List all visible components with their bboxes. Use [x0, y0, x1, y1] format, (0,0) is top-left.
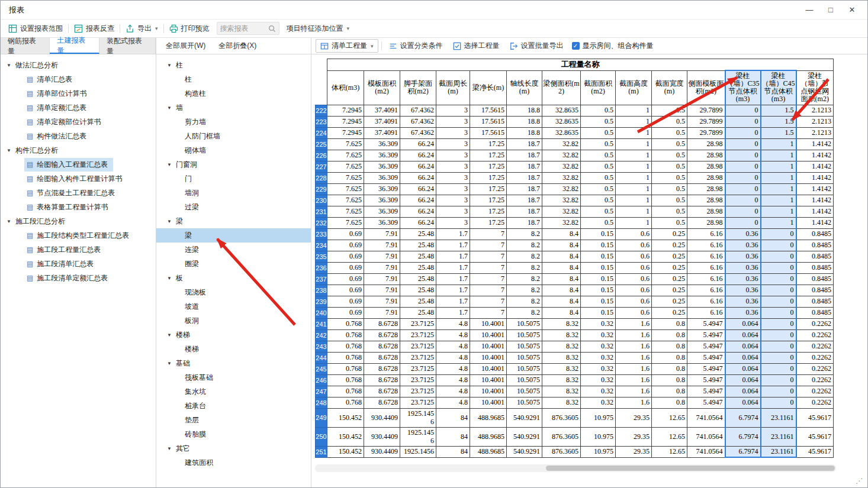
table-cell[interactable]: 0.6	[616, 228, 652, 240]
column-header[interactable]: 模板面积(m2)	[364, 70, 400, 105]
component-group-header[interactable]: ▼墙	[156, 101, 311, 115]
table-cell[interactable]: 0.8	[652, 363, 687, 374]
table-cell[interactable]: 150.452	[327, 408, 364, 427]
table-cell[interactable]: 7	[470, 240, 507, 251]
table-cell[interactable]: 8.4	[542, 251, 581, 262]
table-cell[interactable]: 5.4947	[687, 363, 725, 374]
component-item[interactable]: 砌体墙	[156, 143, 311, 157]
table-cell[interactable]: 67.4362	[400, 127, 436, 138]
table-cell[interactable]: 8.2	[507, 251, 542, 262]
table-cell[interactable]: 488.9685	[470, 408, 507, 427]
table-cell[interactable]: 8.6728	[364, 374, 400, 386]
table-cell[interactable]: 10.975	[581, 408, 616, 427]
table-cell[interactable]: 29.7899	[687, 116, 725, 127]
table-cell[interactable]: 741.0564	[687, 446, 725, 457]
table-cell[interactable]: 1.5	[761, 116, 796, 127]
column-header[interactable]: 梁柱（墙）C45节点体积(m3)	[761, 70, 796, 105]
table-cell[interactable]: 3	[436, 105, 470, 116]
row-number[interactable]: 223	[316, 116, 327, 127]
column-header[interactable]: 截面面积(m2)	[581, 70, 616, 105]
select-quantity-button[interactable]: 选择工程量	[449, 39, 504, 53]
table-cell[interactable]: 0.2262	[796, 341, 834, 352]
table-cell[interactable]: 1	[761, 138, 796, 150]
component-item[interactable]: 门	[156, 172, 311, 186]
table-cell[interactable]: 8.6728	[364, 318, 400, 329]
report-item[interactable]: ▤节点混凝土工程量汇总表	[1, 186, 156, 200]
table-cell[interactable]: 32.82	[542, 150, 581, 161]
table-cell[interactable]: 3	[436, 150, 470, 161]
table-cell[interactable]: 0.5	[581, 172, 616, 183]
table-cell[interactable]: 0.5	[652, 206, 687, 217]
expand-arrow-icon[interactable]: ▼	[7, 148, 11, 153]
table-cell[interactable]: 6.16	[687, 262, 725, 273]
table-cell[interactable]: 0	[761, 318, 796, 329]
scrollbar-thumb[interactable]	[546, 466, 835, 471]
table-cell[interactable]: 17.25	[470, 150, 507, 161]
table-cell[interactable]: 28.98	[687, 161, 725, 172]
table-cell[interactable]: 930.4409	[364, 446, 400, 457]
component-item[interactable]: 人防门框墙	[156, 129, 311, 143]
table-cell[interactable]: 0.5	[581, 206, 616, 217]
table-cell[interactable]: 18.7	[507, 217, 542, 228]
table-cell[interactable]: 0.2262	[796, 363, 834, 374]
table-cell[interactable]: 0	[725, 116, 761, 127]
table-cell[interactable]: 8.4	[542, 273, 581, 285]
table-cell[interactable]: 0.5	[652, 161, 687, 172]
table-cell[interactable]: 0.25	[652, 262, 687, 273]
table-cell[interactable]: 8.2	[507, 307, 542, 318]
table-cell[interactable]: 3	[436, 161, 470, 172]
table-cell[interactable]: 540.9291	[507, 408, 542, 427]
table-cell[interactable]: 1.6	[616, 386, 652, 397]
table-cell[interactable]: 8.4	[542, 307, 581, 318]
table-cell[interactable]: 0	[761, 262, 796, 273]
table-cell[interactable]: 28.98	[687, 206, 725, 217]
table-cell[interactable]: 488.9685	[470, 446, 507, 457]
table-cell[interactable]: 0.25	[652, 228, 687, 240]
table-cell[interactable]: 2.1213	[796, 127, 834, 138]
table-cell[interactable]: 0	[725, 161, 761, 172]
table-cell[interactable]: 12.65	[652, 427, 687, 446]
table-cell[interactable]: 0.5	[652, 127, 687, 138]
table-cell[interactable]: 1.7	[436, 240, 470, 251]
table-cell[interactable]: 45.9617	[796, 427, 834, 446]
table-cell[interactable]: 0	[761, 374, 796, 386]
table-cell[interactable]: 0.5	[581, 116, 616, 127]
table-cell[interactable]: 8.4	[542, 240, 581, 251]
table-cell[interactable]: 4.8	[436, 397, 470, 408]
table-cell[interactable]: 36.309	[364, 195, 400, 206]
table-cell[interactable]: 0	[761, 273, 796, 285]
table-cell[interactable]: 0.32	[581, 363, 616, 374]
table-cell[interactable]: 3	[436, 206, 470, 217]
table-cell[interactable]: 0.064	[725, 341, 761, 352]
table-cell[interactable]: 7.625	[327, 161, 364, 172]
table-cell[interactable]: 45.9617	[796, 408, 834, 427]
table-cell[interactable]: 0.768	[327, 397, 364, 408]
table-cell[interactable]: 741.0564	[687, 408, 725, 427]
table-cell[interactable]: 10.4001	[470, 329, 507, 341]
table-cell[interactable]: 0.32	[581, 329, 616, 341]
table-cell[interactable]: 10.4001	[470, 363, 507, 374]
table-cell[interactable]: 23.7125	[400, 352, 436, 363]
table-cell[interactable]: 6.16	[687, 296, 725, 307]
table-cell[interactable]: 7.625	[327, 183, 364, 195]
table-cell[interactable]: 0.8	[652, 397, 687, 408]
table-cell[interactable]: 84	[436, 446, 470, 457]
table-cell[interactable]: 6.7974	[725, 408, 761, 427]
table-cell[interactable]: 1	[616, 172, 652, 183]
table-cell[interactable]: 0.8485	[796, 273, 834, 285]
table-cell[interactable]: 0.2262	[796, 318, 834, 329]
table-cell[interactable]: 66.24	[400, 172, 436, 183]
table-cell[interactable]: 23.7125	[400, 341, 436, 352]
table-cell[interactable]: 7.625	[327, 217, 364, 228]
report-item[interactable]: ▤施工段结构类型工程量汇总表	[1, 228, 156, 243]
table-cell[interactable]: 1	[616, 150, 652, 161]
component-item[interactable]: 桩承台	[156, 399, 311, 413]
table-cell[interactable]: 8.2	[507, 273, 542, 285]
table-cell[interactable]: 0.69	[327, 240, 364, 251]
table-cell[interactable]: 66.24	[400, 206, 436, 217]
report-item[interactable]: ▤清单汇总表	[1, 72, 156, 86]
table-cell[interactable]: 0.36	[725, 296, 761, 307]
report-item[interactable]: ▤绘图输入构件工程量计算书	[1, 172, 156, 186]
table-cell[interactable]: 25.48	[400, 262, 436, 273]
table-cell[interactable]: 32.8635	[542, 127, 581, 138]
